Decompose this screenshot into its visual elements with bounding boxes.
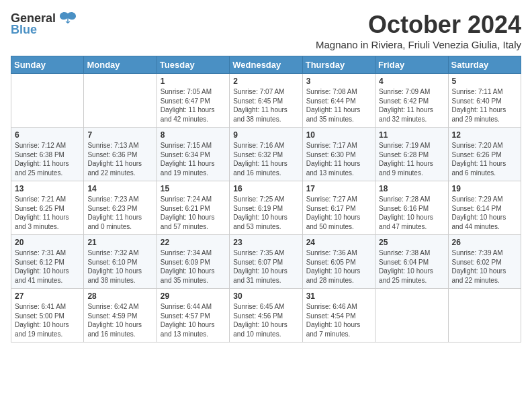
calendar-cell: 26 Sunrise: 7:39 AM Sunset: 6:02 PM Dayl… [448, 235, 521, 289]
calendar-cell [448, 289, 521, 342]
day-number: 3 [306, 77, 371, 86]
daylight: Daylight: 10 hours and 16 minutes. [87, 321, 142, 338]
sunrise: Sunrise: 7:27 AM [306, 195, 357, 203]
daylight: Daylight: 10 hours and 10 minutes. [233, 321, 287, 338]
sunrise: Sunrise: 6:46 AM [306, 303, 357, 310]
calendar-cell: 21 Sunrise: 7:32 AM Sunset: 6:10 PM Dayl… [84, 235, 157, 289]
daylight: Daylight: 10 hours and 28 minutes. [306, 267, 361, 284]
calendar-cell: 4 Sunrise: 7:09 AM Sunset: 6:42 PM Dayli… [375, 74, 448, 128]
day-number: 19 [452, 184, 517, 193]
sunset: Sunset: 6:36 PM [87, 151, 137, 158]
sunset: Sunset: 6:10 PM [87, 259, 137, 266]
sunrise: Sunrise: 7:24 AM [161, 195, 212, 203]
day-number: 4 [379, 77, 444, 86]
calendar-week-3: 13 Sunrise: 7:21 AM Sunset: 6:25 PM Dayl… [11, 181, 521, 235]
day-info: Sunrise: 7:21 AM Sunset: 6:25 PM Dayligh… [15, 195, 80, 231]
daylight: Daylight: 10 hours and 41 minutes. [15, 267, 69, 284]
calendar-cell: 3 Sunrise: 7:08 AM Sunset: 6:44 PM Dayli… [302, 74, 375, 128]
sunrise: Sunrise: 7:15 AM [161, 142, 212, 149]
calendar-cell: 11 Sunrise: 7:19 AM Sunset: 6:28 PM Dayl… [375, 128, 448, 181]
calendar-cell: 2 Sunrise: 7:07 AM Sunset: 6:45 PM Dayli… [230, 74, 302, 128]
calendar-week-2: 6 Sunrise: 7:12 AM Sunset: 6:38 PM Dayli… [11, 128, 521, 181]
day-number: 21 [87, 238, 152, 247]
calendar-cell [84, 74, 157, 128]
daylight: Daylight: 10 hours and 50 minutes. [306, 214, 361, 230]
calendar-cell [11, 74, 84, 128]
sunset: Sunset: 6:12 PM [15, 259, 64, 266]
sunrise: Sunrise: 7:19 AM [379, 142, 430, 149]
sunset: Sunset: 6:28 PM [379, 151, 429, 158]
day-info: Sunrise: 7:13 AM Sunset: 6:36 PM Dayligh… [87, 141, 152, 177]
calendar-body: 1 Sunrise: 7:05 AM Sunset: 6:47 PM Dayli… [11, 74, 521, 342]
daylight: Daylight: 10 hours and 57 minutes. [161, 214, 215, 230]
weekday-saturday: Saturday [448, 56, 521, 74]
day-number: 22 [161, 238, 226, 247]
day-number: 30 [233, 291, 298, 301]
sunset: Sunset: 6:02 PM [452, 259, 502, 266]
sunrise: Sunrise: 7:11 AM [452, 88, 503, 95]
sunset: Sunset: 5:00 PM [15, 312, 64, 320]
weekday-tuesday: Tuesday [157, 56, 229, 74]
sunrise: Sunrise: 7:05 AM [161, 88, 212, 95]
sunset: Sunset: 6:23 PM [87, 205, 137, 212]
day-info: Sunrise: 7:27 AM Sunset: 6:17 PM Dayligh… [306, 195, 371, 231]
daylight: Daylight: 10 hours and 31 minutes. [233, 267, 287, 284]
calendar-cell: 19 Sunrise: 7:29 AM Sunset: 6:14 PM Dayl… [448, 181, 521, 235]
calendar-cell: 6 Sunrise: 7:12 AM Sunset: 6:38 PM Dayli… [11, 128, 84, 181]
sunrise: Sunrise: 6:42 AM [87, 303, 138, 310]
sunset: Sunset: 6:25 PM [15, 205, 64, 212]
daylight: Daylight: 11 hours and 35 minutes. [306, 106, 361, 123]
sunset: Sunset: 6:47 PM [161, 97, 210, 105]
weekday-header-row: SundayMondayTuesdayWednesdayThursdayFrid… [11, 56, 521, 74]
daylight: Daylight: 10 hours and 47 minutes. [379, 214, 433, 230]
daylight: Daylight: 10 hours and 25 minutes. [379, 267, 433, 284]
day-number: 1 [161, 77, 226, 86]
day-info: Sunrise: 7:23 AM Sunset: 6:23 PM Dayligh… [87, 195, 152, 231]
daylight: Daylight: 11 hours and 38 minutes. [233, 106, 287, 123]
sunrise: Sunrise: 7:34 AM [161, 249, 212, 257]
sunrise: Sunrise: 7:07 AM [233, 88, 284, 95]
day-number: 31 [306, 291, 371, 301]
day-number: 11 [379, 130, 444, 140]
day-info: Sunrise: 7:28 AM Sunset: 6:16 PM Dayligh… [379, 195, 444, 231]
daylight: Daylight: 10 hours and 13 minutes. [161, 321, 215, 338]
day-number: 17 [306, 184, 371, 193]
sunrise: Sunrise: 7:08 AM [306, 88, 357, 95]
sunrise: Sunrise: 7:38 AM [379, 249, 430, 257]
day-info: Sunrise: 7:17 AM Sunset: 6:30 PM Dayligh… [306, 141, 371, 177]
day-number: 27 [15, 291, 80, 301]
calendar-cell: 23 Sunrise: 7:35 AM Sunset: 6:07 PM Dayl… [230, 235, 302, 289]
calendar-cell: 8 Sunrise: 7:15 AM Sunset: 6:34 PM Dayli… [157, 128, 229, 181]
sunset: Sunset: 6:34 PM [161, 151, 210, 158]
sunset: Sunset: 4:54 PM [306, 312, 356, 320]
calendar-cell: 25 Sunrise: 7:38 AM Sunset: 6:04 PM Dayl… [375, 235, 448, 289]
calendar-week-4: 20 Sunrise: 7:31 AM Sunset: 6:12 PM Dayl… [11, 235, 521, 289]
day-info: Sunrise: 7:32 AM Sunset: 6:10 PM Dayligh… [87, 248, 152, 285]
sunset: Sunset: 6:16 PM [379, 205, 429, 212]
sunrise: Sunrise: 7:09 AM [379, 88, 430, 95]
daylight: Daylight: 11 hours and 3 minutes. [15, 214, 69, 230]
sunset: Sunset: 6:44 PM [306, 97, 356, 105]
logo: General Blue [11, 11, 77, 37]
day-number: 26 [452, 238, 517, 247]
day-number: 13 [15, 184, 80, 193]
page-header: General Blue October 2024 Magnano in Riv… [11, 11, 521, 50]
day-info: Sunrise: 7:08 AM Sunset: 6:44 PM Dayligh… [306, 87, 371, 124]
day-number: 15 [161, 184, 226, 193]
sunset: Sunset: 4:57 PM [161, 312, 210, 320]
day-info: Sunrise: 6:42 AM Sunset: 4:59 PM Dayligh… [87, 302, 152, 338]
day-info: Sunrise: 7:05 AM Sunset: 6:47 PM Dayligh… [161, 87, 226, 124]
sunset: Sunset: 4:59 PM [87, 312, 137, 320]
sunrise: Sunrise: 7:28 AM [379, 195, 430, 203]
sunset: Sunset: 6:38 PM [15, 151, 64, 158]
sunrise: Sunrise: 7:32 AM [87, 249, 138, 257]
daylight: Daylight: 11 hours and 16 minutes. [233, 160, 287, 177]
day-info: Sunrise: 7:29 AM Sunset: 6:14 PM Dayligh… [452, 195, 517, 231]
day-info: Sunrise: 6:44 AM Sunset: 4:57 PM Dayligh… [161, 302, 226, 338]
month-title: October 2024 [316, 11, 521, 39]
day-info: Sunrise: 7:09 AM Sunset: 6:42 PM Dayligh… [379, 87, 444, 124]
calendar-header: SundayMondayTuesdayWednesdayThursdayFrid… [11, 56, 521, 74]
day-number: 28 [87, 291, 152, 301]
day-number: 12 [452, 130, 517, 140]
day-number: 5 [452, 77, 517, 86]
